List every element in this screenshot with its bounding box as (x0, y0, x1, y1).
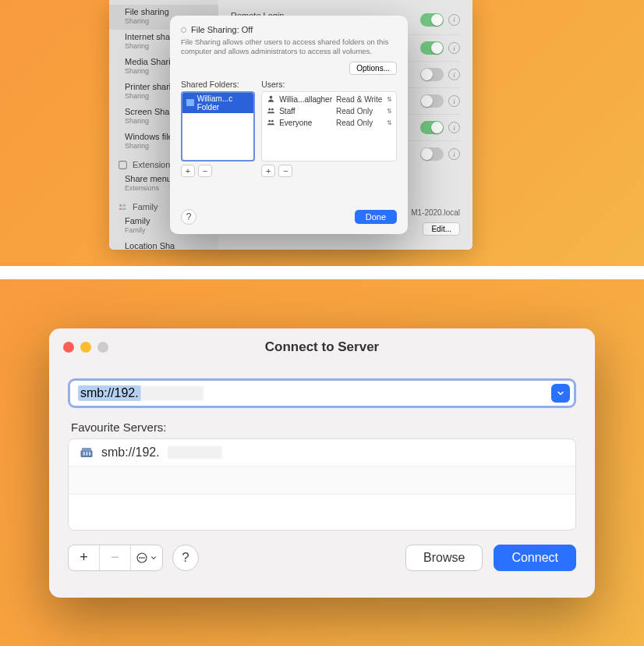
favourites-label: Favourite Servers: (71, 421, 576, 434)
svg-point-7 (268, 119, 271, 122)
option-toggle-3[interactable] (420, 68, 444, 81)
shared-folders-column: Shared Folders: William...c Folder + − (181, 80, 255, 203)
shared-folders-header: Shared Folders: (181, 80, 255, 89)
folder-icon (186, 99, 194, 106)
option-toggle-5[interactable] (420, 121, 444, 134)
svg-point-8 (271, 119, 274, 122)
zoom-window-button[interactable] (97, 342, 108, 353)
svg-point-16 (141, 557, 143, 559)
chevron-updown-icon[interactable]: ⇅ (387, 96, 392, 103)
svg-point-2 (123, 204, 126, 208)
extensions-icon (117, 159, 128, 170)
shared-folders-list[interactable]: William...c Folder (181, 91, 255, 162)
browse-button[interactable]: Browse (405, 545, 483, 571)
add-folder-button[interactable]: + (181, 165, 195, 177)
svg-point-1 (119, 204, 122, 208)
remove-folder-button[interactable]: − (198, 165, 212, 177)
titlebar: Connect to Server (49, 328, 595, 366)
options-button[interactable]: Options... (349, 62, 397, 75)
help-button[interactable]: ? (172, 545, 199, 571)
info-icon[interactable]: i (448, 122, 460, 133)
connect-button[interactable]: Connect (494, 545, 576, 571)
remove-user-button[interactable]: − (278, 165, 292, 177)
users-header: Users: (261, 80, 397, 89)
add-user-button[interactable]: + (261, 165, 275, 177)
sheet-description: File Sharing allows other users to acces… (181, 37, 397, 57)
minimize-window-button[interactable] (80, 342, 91, 353)
redacted-text (141, 386, 203, 400)
server-address-field[interactable]: smb://192. (68, 378, 576, 408)
window-title: Connect to Server (265, 339, 379, 355)
chevron-updown-icon[interactable]: ⇅ (387, 119, 392, 126)
remove-favourite-button[interactable]: − (100, 545, 131, 570)
favourites-list[interactable]: smb://192. (68, 438, 576, 531)
info-icon[interactable]: i (448, 42, 460, 54)
traffic-lights (63, 342, 108, 353)
action-menu-button[interactable] (131, 545, 162, 570)
users-list[interactable]: Willia...allagher Read & Write ⇅ Staff R… (261, 91, 397, 162)
svg-rect-10 (82, 448, 91, 452)
file-sharing-panel: File sharing Sharing Internet sharing Sh… (0, 0, 644, 266)
favourite-empty-row (69, 467, 575, 495)
server-address-text[interactable]: smb://192. (70, 382, 211, 404)
chevron-down-icon (150, 554, 157, 562)
connect-to-server-window: Connect to Server smb://192. Favourite S… (49, 328, 595, 598)
hostname-label: M1-2020.local (411, 208, 460, 217)
favourite-server-row[interactable]: smb://192. (69, 439, 575, 467)
option-toggle-4[interactable] (420, 94, 444, 108)
edit-hostname-button[interactable]: Edit... (423, 222, 460, 236)
option-toggle-6[interactable] (420, 147, 444, 161)
family-icon (117, 201, 128, 212)
info-icon[interactable]: i (448, 69, 460, 80)
svg-point-17 (143, 557, 145, 559)
info-icon[interactable]: i (448, 14, 460, 26)
user-row[interactable]: Staff Read Only ⇅ (262, 105, 396, 117)
server-icon (80, 446, 94, 459)
close-window-button[interactable] (63, 342, 74, 353)
ellipsis-circle-icon (136, 552, 148, 564)
shared-folder-row[interactable]: William...c Folder (182, 93, 253, 113)
sidebar-item-location-sharing[interactable]: Location Sha Family (109, 239, 218, 250)
user-row[interactable]: Willia...allagher Read & Write ⇅ (262, 94, 396, 105)
svg-point-4 (269, 96, 272, 99)
person-icon (266, 94, 275, 105)
add-favourite-button[interactable]: + (69, 545, 100, 570)
svg-rect-13 (89, 452, 90, 456)
users-column: Users: Willia...allagher Read & Write ⇅ (261, 80, 397, 203)
svg-rect-11 (83, 452, 85, 456)
option-toggle-2[interactable] (420, 41, 444, 55)
svg-rect-0 (119, 161, 126, 169)
file-sharing-sheet: File Sharing: Off File Sharing allows ot… (170, 16, 408, 234)
svg-point-6 (271, 108, 274, 110)
info-icon[interactable]: i (448, 148, 460, 160)
info-icon[interactable]: i (448, 95, 460, 107)
help-button[interactable]: ? (181, 209, 196, 225)
favourites-toolbar: + − (68, 545, 163, 571)
connect-to-server-panel: Connect to Server smb://192. Favourite S… (0, 279, 644, 646)
user-row[interactable]: Everyone Read Only ⇅ (262, 117, 396, 129)
group-icon (266, 106, 275, 116)
svg-point-5 (268, 108, 271, 110)
svg-rect-12 (86, 452, 87, 456)
redacted-text (168, 446, 222, 459)
favourite-empty-row (69, 495, 575, 523)
chevron-updown-icon[interactable]: ⇅ (387, 108, 392, 115)
done-button[interactable]: Done (355, 210, 397, 224)
status-off-icon (181, 27, 186, 33)
svg-point-15 (139, 557, 140, 559)
group-icon (266, 118, 275, 128)
address-history-dropdown[interactable] (551, 384, 570, 403)
sheet-title: File Sharing: Off (181, 25, 397, 34)
remote-login-toggle[interactable] (420, 13, 444, 27)
